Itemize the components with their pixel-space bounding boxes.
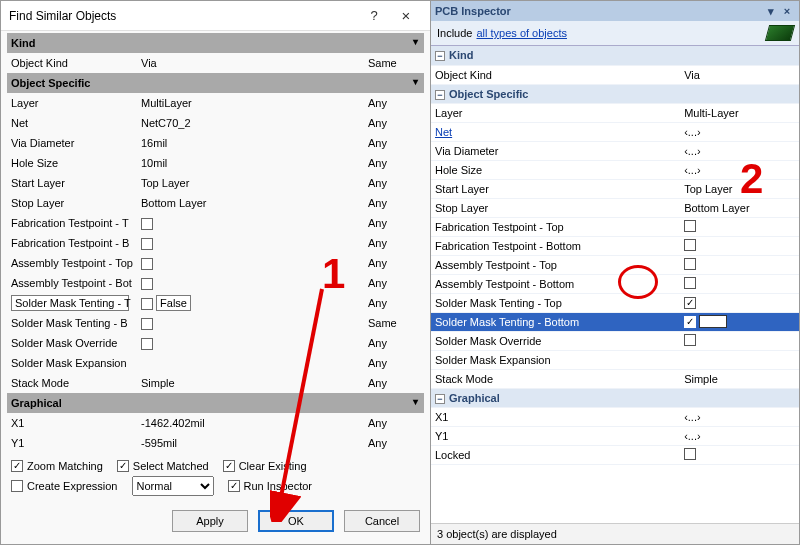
ok-button[interactable]: OK (258, 510, 334, 532)
value-net[interactable]: NetC70_2 (137, 113, 364, 133)
scope-net[interactable]: Any (364, 113, 424, 133)
scope-stack-mode[interactable]: Any (364, 373, 424, 393)
scope-fab-top[interactable]: Any (364, 213, 424, 233)
label-sm-expansion: Solder Mask Expansion (7, 353, 137, 373)
ivalue-start[interactable]: Top Layer (680, 179, 799, 198)
icheckbox-smt-t[interactable]: ✓ (684, 297, 696, 309)
ilabel-fab-t: Fabrication Testpoint - Top (431, 217, 680, 236)
label-net: Net (7, 113, 137, 133)
scope-sm-expansion[interactable]: Any (364, 353, 424, 373)
panel-close-icon[interactable]: × (779, 5, 795, 17)
disclose-icon: ▾ (413, 36, 418, 47)
checkbox-smt-bot[interactable] (141, 318, 153, 330)
ivalue-net[interactable]: ‹...› (680, 122, 799, 141)
ivalue-sm-ex[interactable] (680, 350, 799, 369)
icheckbox-asm-t[interactable] (684, 258, 696, 270)
ilabel-net: Net (431, 122, 680, 141)
checkbox-sm-override[interactable] (141, 338, 153, 350)
scope-object-kind[interactable]: Same (364, 53, 424, 73)
scope-y1[interactable]: Any (364, 433, 424, 453)
scope-asm-bot[interactable]: Any (364, 273, 424, 293)
value-via-diameter[interactable]: 16mil (137, 133, 364, 153)
checkbox-fab-bot[interactable] (141, 238, 153, 250)
value-object-kind[interactable]: Via (137, 53, 364, 73)
disclose-icon: ▾ (413, 396, 418, 407)
ivalue-y1[interactable]: ‹...› (680, 426, 799, 445)
ivalue-stack[interactable]: Simple (680, 369, 799, 388)
checkbox-smt-top[interactable] (141, 298, 153, 310)
checkbox-clear-existing[interactable]: ✓ (223, 460, 235, 472)
icheckbox-smt-b[interactable]: ✓ (684, 316, 696, 328)
ivalue-object-kind[interactable]: Via (680, 65, 799, 84)
label-select-matched: Select Matched (133, 460, 209, 472)
icheckbox-fab-b[interactable] (684, 239, 696, 251)
ivalue-x1[interactable]: ‹...› (680, 407, 799, 426)
scope-hole-size[interactable]: Any (364, 153, 424, 173)
ivalue-layer[interactable]: Multi-Layer (680, 103, 799, 122)
scope-asm-top[interactable]: Any (364, 253, 424, 273)
include-label: Include (437, 27, 472, 39)
ilabel-sm-ov: Solder Mask Override (431, 331, 680, 350)
mask-combo[interactable]: Normal (132, 476, 214, 496)
scope-start-layer[interactable]: Any (364, 173, 424, 193)
label-asm-bot: Assembly Testpoint - Bot (7, 273, 137, 293)
icheckbox-locked[interactable] (684, 448, 696, 460)
value-hole-size[interactable]: 10mil (137, 153, 364, 173)
isection-kind[interactable]: −Kind (431, 46, 799, 65)
label-run-inspector: Run Inspector (244, 480, 312, 492)
value-y1[interactable]: -595mil (137, 433, 364, 453)
apply-button[interactable]: Apply (172, 510, 248, 532)
isection-graphical[interactable]: −Graphical (431, 388, 799, 407)
net-link[interactable]: Net (435, 126, 452, 138)
scope-fab-bot[interactable]: Any (364, 233, 424, 253)
ivalue-hole[interactable]: ‹...› (680, 160, 799, 179)
cancel-button[interactable]: Cancel (344, 510, 420, 532)
scope-stop-layer[interactable]: Any (364, 193, 424, 213)
isection-object-specific[interactable]: −Object Specific (431, 84, 799, 103)
ivalue-smt-b[interactable]: True (699, 315, 727, 328)
section-object-specific[interactable]: Object Specific▾ (7, 73, 424, 93)
include-link[interactable]: all types of objects (476, 27, 567, 39)
label-stack-mode: Stack Mode (7, 373, 137, 393)
ivalue-stop[interactable]: Bottom Layer (680, 198, 799, 217)
ivalue-via-dia[interactable]: ‹...› (680, 141, 799, 160)
checkbox-asm-top[interactable] (141, 258, 153, 270)
label-clear-existing: Clear Existing (239, 460, 307, 472)
checkbox-fab-top[interactable] (141, 218, 153, 230)
label-object-kind: Object Kind (7, 53, 137, 73)
icheckbox-asm-b[interactable] (684, 277, 696, 289)
value-sm-expansion[interactable] (137, 353, 364, 373)
label-zoom-matching: Zoom Matching (27, 460, 103, 472)
label-smt-bot: Solder Mask Tenting - B (7, 313, 137, 333)
value-layer[interactable]: MultiLayer (137, 93, 364, 113)
scope-x1[interactable]: Any (364, 413, 424, 433)
scope-smt-bot[interactable]: Same (364, 313, 424, 333)
collapse-icon: − (435, 394, 445, 404)
icheckbox-sm-ov[interactable] (684, 334, 696, 346)
checkbox-run-inspector[interactable]: ✓ (228, 480, 240, 492)
value-start-layer[interactable]: Top Layer (137, 173, 364, 193)
scope-layer[interactable]: Any (364, 93, 424, 113)
close-button[interactable]: × (390, 4, 422, 28)
value-x1[interactable]: -1462.402mil (137, 413, 364, 433)
dropdown-icon[interactable]: ▾ (763, 5, 779, 18)
checkbox-zoom-matching[interactable]: ✓ (11, 460, 23, 472)
ilabel-layer: Layer (431, 103, 680, 122)
scope-smt-top[interactable]: Any (364, 293, 424, 313)
icheckbox-fab-t[interactable] (684, 220, 696, 232)
checkbox-create-expression[interactable] (11, 480, 23, 492)
help-button[interactable]: ? (358, 4, 390, 28)
label-asm-top: Assembly Testpoint - Top (7, 253, 137, 273)
label-start-layer: Start Layer (7, 173, 137, 193)
scope-via-diameter[interactable]: Any (364, 133, 424, 153)
label-smt-top[interactable]: Solder Mask Tenting - T (11, 295, 129, 311)
section-kind[interactable]: Kind▾ (7, 33, 424, 53)
value-stack-mode[interactable]: Simple (137, 373, 364, 393)
scope-sm-override[interactable]: Any (364, 333, 424, 353)
checkbox-select-matched[interactable]: ✓ (117, 460, 129, 472)
ilabel-sm-ex: Solder Mask Expansion (431, 350, 680, 369)
section-graphical[interactable]: Graphical▾ (7, 393, 424, 413)
value-smt-top[interactable]: False (156, 295, 191, 311)
checkbox-asm-bot[interactable] (141, 278, 153, 290)
value-stop-layer[interactable]: Bottom Layer (137, 193, 364, 213)
